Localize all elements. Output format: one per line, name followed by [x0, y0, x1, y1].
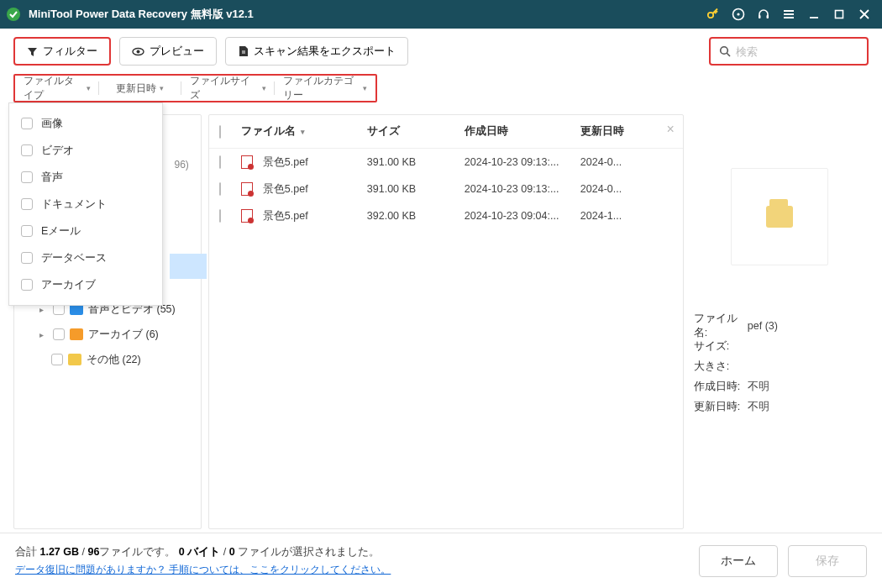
eye-icon: [132, 46, 144, 57]
table-body: 景色5.pef 391.00 KB 2024-10-23 09:13:... 2…: [209, 149, 683, 528]
filter-label: フィルター: [43, 44, 97, 59]
save-button[interactable]: 保存: [788, 545, 867, 577]
maximize-icon[interactable]: [827, 2, 852, 27]
svg-point-9: [721, 47, 728, 55]
chevron-down-icon: ▾: [87, 84, 91, 92]
select-all-checkbox[interactable]: [219, 125, 221, 139]
dd-item-email[interactable]: Eメール: [9, 218, 162, 244]
chevron-down-icon: ▾: [262, 84, 266, 92]
key-icon[interactable]: [701, 2, 726, 27]
tree-item-archive[interactable]: ▸ アーカイブ (6): [14, 322, 201, 347]
meta-val-created: 不明: [748, 380, 769, 394]
filter-tab-filesize[interactable]: ファイルサイズ▾: [181, 76, 276, 101]
checkbox[interactable]: [21, 198, 33, 210]
svg-point-3: [737, 13, 739, 15]
filter-tabs: ファイルタイプ▾ 更新日時▾ ファイルサイズ▾ ファイルカテゴリー▾: [13, 74, 377, 102]
checkbox[interactable]: [21, 118, 33, 129]
col-header-created[interactable]: 作成日時: [465, 124, 580, 139]
file-icon: [241, 209, 253, 223]
tree-item-other[interactable]: その他 (22): [14, 347, 201, 372]
chevron-down-icon: ▾: [363, 84, 367, 92]
svg-point-0: [7, 8, 20, 21]
preview-button[interactable]: プレビュー: [119, 37, 217, 66]
folder-icon: [68, 354, 81, 365]
row-checkbox[interactable]: [219, 155, 221, 169]
dd-item-image[interactable]: 画像: [9, 110, 162, 137]
close-icon[interactable]: [852, 2, 877, 27]
headphones-icon[interactable]: [751, 2, 776, 27]
dd-item-archive[interactable]: アーカイブ: [9, 271, 162, 298]
minimize-icon[interactable]: [801, 2, 827, 27]
filter-button[interactable]: フィルター: [13, 37, 111, 66]
tree-selection-highlight: [170, 254, 207, 279]
svg-rect-6: [836, 11, 843, 18]
chevron-right-icon[interactable]: ▸: [39, 330, 48, 339]
folder-icon: [70, 328, 83, 340]
svg-point-8: [137, 50, 140, 53]
col-header-modified[interactable]: 更新日時: [580, 124, 673, 139]
meta-key-dim: 大きさ:: [694, 360, 748, 374]
search-box[interactable]: [709, 37, 869, 66]
app-logo-icon: [5, 6, 22, 23]
footer: 合計 1.27 GB / 96ファイルです。 0 バイト / 0 ファイルが選択…: [0, 533, 882, 588]
help-link[interactable]: データ復旧に問題がありますか？ 手順については、ここをクリックしてください。: [15, 563, 391, 577]
filter-icon: [27, 46, 38, 57]
preview-panel: ファイル名:pef (3) サイズ: 大きさ: 作成日時:不明 更新日時:不明: [690, 114, 869, 529]
titlebar: MiniTool Power Data Recovery 無料版 v12.1: [0, 0, 882, 29]
preview-thumbnail: [731, 168, 828, 265]
table-row[interactable]: 景色5.pef 392.00 KB 2024-10-23 09:04:... 2…: [209, 202, 683, 229]
dd-item-video[interactable]: ビデオ: [9, 137, 162, 164]
meta-val-mod: 不明: [748, 400, 769, 414]
file-icon: [241, 155, 253, 169]
col-header-name[interactable]: ファイル名▾: [241, 124, 367, 139]
main-area: 画像 ビデオ 音声 ドキュメント Eメール データベース アーカイブ 96) p…: [0, 109, 882, 533]
folder-icon: [766, 206, 793, 228]
meta-key-name: ファイル名:: [694, 312, 748, 340]
checkbox[interactable]: [21, 225, 33, 237]
svg-rect-4: [759, 15, 761, 18]
dd-item-database[interactable]: データベース: [9, 244, 162, 271]
file-list-panel: × ファイル名▾ サイズ 作成日時 更新日時 景色5.pef 391.00 KB…: [208, 114, 684, 529]
toolbar: フィルター プレビュー スキャン結果をエクスポート: [0, 29, 882, 74]
export-label: スキャン結果をエクスポート: [254, 44, 396, 59]
checkbox[interactable]: [21, 144, 33, 156]
sort-desc-icon: ▾: [301, 128, 305, 136]
filter-tab-category[interactable]: ファイルカテゴリー▾: [275, 76, 375, 101]
search-icon: [719, 45, 731, 57]
checkbox[interactable]: [21, 171, 33, 183]
table-header: ファイル名▾ サイズ 作成日時 更新日時: [209, 115, 683, 149]
chevron-right-icon[interactable]: ▸: [39, 305, 48, 314]
export-button[interactable]: スキャン結果をエクスポート: [225, 37, 408, 66]
checkbox[interactable]: [21, 279, 33, 291]
meta-val-name: pef (3): [748, 320, 778, 332]
app-window: MiniTool Power Data Recovery 無料版 v12.1 フ…: [0, 0, 882, 588]
dd-item-document[interactable]: ドキュメント: [9, 191, 162, 218]
filter-tab-modified[interactable]: 更新日時▾: [99, 76, 181, 101]
app-title: MiniTool Power Data Recovery 無料版 v12.1: [29, 7, 254, 22]
checkbox[interactable]: [53, 328, 65, 340]
row-checkbox[interactable]: [219, 182, 221, 196]
checkbox[interactable]: [21, 252, 33, 264]
col-header-size[interactable]: サイズ: [367, 124, 465, 139]
filter-tab-filetype[interactable]: ファイルタイプ▾: [15, 76, 99, 101]
preview-label: プレビュー: [150, 44, 204, 59]
home-button[interactable]: ホーム: [699, 545, 778, 577]
table-row[interactable]: 景色5.pef 391.00 KB 2024-10-23 09:13:... 2…: [209, 176, 683, 202]
chevron-down-icon: ▾: [160, 84, 164, 92]
svg-point-1: [708, 13, 713, 18]
disc-icon[interactable]: [726, 2, 751, 27]
search-input[interactable]: [736, 45, 858, 58]
close-panel-icon[interactable]: ×: [666, 122, 674, 137]
svg-rect-5: [767, 15, 769, 18]
export-icon: [238, 45, 249, 57]
dd-item-audio[interactable]: 音声: [9, 164, 162, 191]
meta-key-created: 作成日時:: [694, 380, 748, 394]
footer-status: 合計 1.27 GB / 96ファイルです。 0 バイト / 0 ファイルが選択…: [15, 545, 391, 577]
checkbox[interactable]: [51, 354, 63, 365]
menu-icon[interactable]: [776, 2, 801, 27]
row-checkbox[interactable]: [219, 209, 221, 223]
meta-key-mod: 更新日時:: [694, 400, 748, 414]
table-row[interactable]: 景色5.pef 391.00 KB 2024-10-23 09:13:... 2…: [209, 149, 683, 176]
filetype-dropdown: 画像 ビデオ 音声 ドキュメント Eメール データベース アーカイブ: [8, 102, 163, 306]
preview-meta: ファイル名:pef (3) サイズ: 大きさ: 作成日時:不明 更新日時:不明: [690, 316, 869, 417]
